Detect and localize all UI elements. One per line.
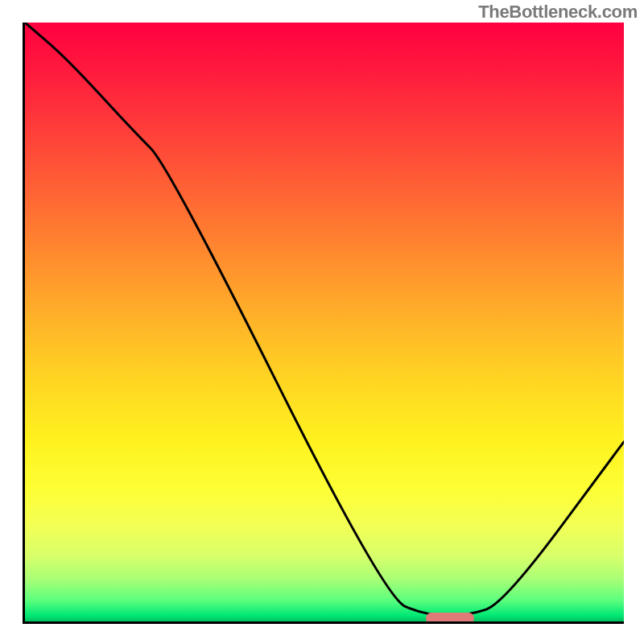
plot-area [23,23,624,624]
gradient-background [25,23,624,621]
chart-canvas: TheBottleneck.com [0,0,644,644]
optimal-range-marker [426,613,474,624]
watermark-text: TheBottleneck.com [478,2,638,23]
